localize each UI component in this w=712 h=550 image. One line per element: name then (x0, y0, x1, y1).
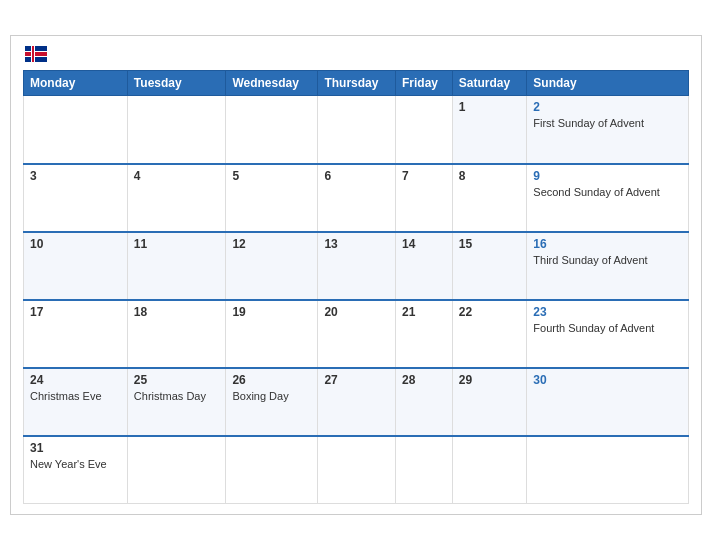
calendar-cell: 23Fourth Sunday of Advent (527, 300, 689, 368)
day-number: 31 (30, 441, 121, 455)
calendar-cell: 5 (226, 164, 318, 232)
day-number: 20 (324, 305, 389, 319)
calendar-cell: 17 (24, 300, 128, 368)
day-number: 12 (232, 237, 311, 251)
calendar-cell (452, 436, 527, 504)
day-number: 11 (134, 237, 220, 251)
svg-rect-2 (25, 52, 47, 56)
day-number: 23 (533, 305, 682, 319)
calendar-cell: 12 (226, 232, 318, 300)
day-number: 16 (533, 237, 682, 251)
day-event: Fourth Sunday of Advent (533, 321, 682, 335)
calendar-cell: 2First Sunday of Advent (527, 96, 689, 164)
calendar-cell: 18 (127, 300, 226, 368)
weekday-header-row: MondayTuesdayWednesdayThursdayFridaySatu… (24, 71, 689, 96)
day-number: 10 (30, 237, 121, 251)
day-number: 30 (533, 373, 682, 387)
calendar-row: 17181920212223Fourth Sunday of Advent (24, 300, 689, 368)
day-event: Boxing Day (232, 389, 311, 403)
weekday-saturday: Saturday (452, 71, 527, 96)
day-number: 29 (459, 373, 521, 387)
weekday-tuesday: Tuesday (127, 71, 226, 96)
calendar-cell (226, 96, 318, 164)
calendar-cell: 30 (527, 368, 689, 436)
calendar-cell: 10 (24, 232, 128, 300)
calendar-cell: 28 (396, 368, 453, 436)
day-number: 21 (402, 305, 446, 319)
day-number: 7 (402, 169, 446, 183)
calendar-cell (318, 96, 396, 164)
calendar-cell: 20 (318, 300, 396, 368)
calendar-cell: 24Christmas Eve (24, 368, 128, 436)
day-number: 2 (533, 100, 682, 114)
calendar-cell: 6 (318, 164, 396, 232)
calendar-cell: 21 (396, 300, 453, 368)
calendar-cell (527, 436, 689, 504)
day-number: 27 (324, 373, 389, 387)
day-event: Christmas Day (134, 389, 220, 403)
calendar-cell: 7 (396, 164, 453, 232)
calendar-cell: 22 (452, 300, 527, 368)
svg-rect-4 (32, 46, 34, 62)
day-event: First Sunday of Advent (533, 116, 682, 130)
day-number: 24 (30, 373, 121, 387)
day-number: 6 (324, 169, 389, 183)
calendar-cell: 15 (452, 232, 527, 300)
calendar-cell (24, 96, 128, 164)
calendar-cell: 8 (452, 164, 527, 232)
calendar-cell: 11 (127, 232, 226, 300)
calendar-cell: 27 (318, 368, 396, 436)
day-number: 19 (232, 305, 311, 319)
calendar-cell (127, 96, 226, 164)
calendar-cell: 1 (452, 96, 527, 164)
day-number: 4 (134, 169, 220, 183)
calendar-row: 10111213141516Third Sunday of Advent (24, 232, 689, 300)
day-event: New Year's Eve (30, 457, 121, 471)
day-number: 28 (402, 373, 446, 387)
calendar-row: 31New Year's Eve (24, 436, 689, 504)
calendar-cell (318, 436, 396, 504)
logo (23, 46, 47, 62)
day-number: 9 (533, 169, 682, 183)
calendar-cell (127, 436, 226, 504)
calendar-cell (226, 436, 318, 504)
calendar-container: MondayTuesdayWednesdayThursdayFridaySatu… (10, 35, 702, 515)
calendar-cell: 9Second Sunday of Advent (527, 164, 689, 232)
calendar-cell: 19 (226, 300, 318, 368)
day-event: Second Sunday of Advent (533, 185, 682, 199)
day-event: Third Sunday of Advent (533, 253, 682, 267)
calendar-cell (396, 436, 453, 504)
calendar-cell: 4 (127, 164, 226, 232)
logo-flag-icon (25, 46, 47, 62)
calendar-cell: 31New Year's Eve (24, 436, 128, 504)
day-number: 15 (459, 237, 521, 251)
calendar-cell: 16Third Sunday of Advent (527, 232, 689, 300)
day-event: Christmas Eve (30, 389, 121, 403)
weekday-friday: Friday (396, 71, 453, 96)
calendar-cell: 3 (24, 164, 128, 232)
calendar-cell: 29 (452, 368, 527, 436)
calendar-cell: 26Boxing Day (226, 368, 318, 436)
calendar-cell: 25Christmas Day (127, 368, 226, 436)
day-number: 17 (30, 305, 121, 319)
calendar-cell: 13 (318, 232, 396, 300)
day-number: 3 (30, 169, 121, 183)
weekday-wednesday: Wednesday (226, 71, 318, 96)
calendar-row: 3456789Second Sunday of Advent (24, 164, 689, 232)
day-number: 25 (134, 373, 220, 387)
day-number: 1 (459, 100, 521, 114)
calendar-cell: 14 (396, 232, 453, 300)
day-number: 5 (232, 169, 311, 183)
day-number: 14 (402, 237, 446, 251)
calendar-header (23, 46, 689, 62)
day-number: 8 (459, 169, 521, 183)
day-number: 22 (459, 305, 521, 319)
weekday-monday: Monday (24, 71, 128, 96)
day-number: 26 (232, 373, 311, 387)
calendar-table: MondayTuesdayWednesdayThursdayFridaySatu… (23, 70, 689, 504)
calendar-row: 12First Sunday of Advent (24, 96, 689, 164)
day-number: 13 (324, 237, 389, 251)
day-number: 18 (134, 305, 220, 319)
calendar-row: 24Christmas Eve25Christmas Day26Boxing D… (24, 368, 689, 436)
weekday-thursday: Thursday (318, 71, 396, 96)
